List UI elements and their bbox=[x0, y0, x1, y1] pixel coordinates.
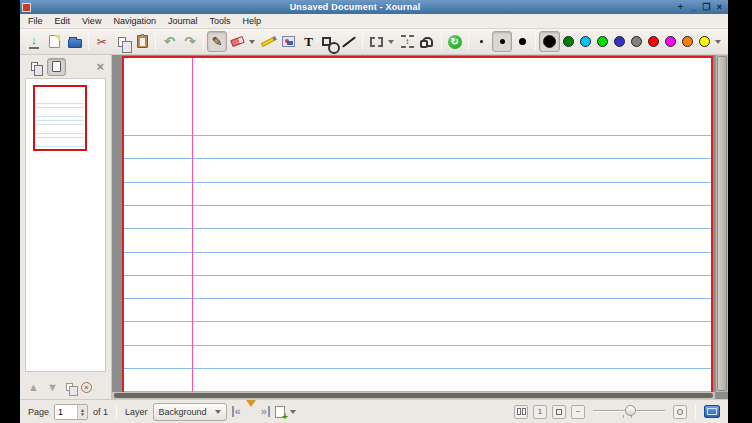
image-tool-button[interactable] bbox=[278, 31, 298, 52]
open-button[interactable] bbox=[64, 31, 84, 52]
save-button[interactable]: ↓ bbox=[24, 31, 44, 52]
document-canvas[interactable] bbox=[112, 55, 728, 399]
color-orange-button[interactable] bbox=[679, 31, 696, 52]
blue-color-icon bbox=[614, 36, 625, 47]
copy-button[interactable] bbox=[112, 31, 132, 52]
ruled-page[interactable] bbox=[122, 56, 713, 399]
fullscreen-button[interactable] bbox=[704, 405, 720, 418]
vertical-space-button[interactable]: ↕ bbox=[397, 31, 417, 52]
add-page-button[interactable] bbox=[275, 406, 285, 418]
color-green-button[interactable] bbox=[560, 31, 577, 52]
eraser-tool-button[interactable] bbox=[227, 31, 247, 52]
sidebar-close-button[interactable]: × bbox=[96, 60, 106, 73]
text-tool-button[interactable]: T bbox=[298, 31, 318, 52]
vertical-scrollbar-thumb[interactable] bbox=[717, 56, 727, 391]
continuous-view-button[interactable] bbox=[514, 405, 528, 419]
pen-size-medium-button[interactable] bbox=[492, 31, 512, 52]
chevron-down-icon bbox=[249, 40, 255, 47]
main-toolbar: ↓ ✂ ↶ ↷ ✎ T bbox=[20, 29, 728, 55]
duplicate-page-button[interactable] bbox=[66, 383, 73, 391]
pen-tool-button[interactable]: ✎ bbox=[207, 31, 227, 52]
color-blue-button[interactable] bbox=[611, 31, 628, 52]
move-page-up-button[interactable]: ▲ bbox=[28, 382, 39, 393]
layer-select[interactable]: Background bbox=[153, 403, 227, 421]
last-page-button[interactable]: » bbox=[261, 406, 270, 417]
redo-button[interactable]: ↷ bbox=[180, 31, 200, 52]
page-number-spinbox[interactable]: ▲ ▼ bbox=[54, 404, 88, 420]
menu-navigation[interactable]: Navigation bbox=[107, 15, 162, 27]
shade-button[interactable]: + bbox=[676, 3, 685, 12]
eraser-options-dropdown[interactable] bbox=[247, 31, 258, 52]
close-button[interactable]: × bbox=[715, 3, 724, 12]
menu-help[interactable]: Help bbox=[236, 15, 267, 27]
new-document-button[interactable] bbox=[44, 31, 64, 52]
vertical-space-icon: ↕ bbox=[401, 35, 414, 48]
hand-tool-button[interactable] bbox=[417, 31, 437, 52]
move-page-down-button[interactable]: ▼ bbox=[47, 382, 58, 393]
toolbar-separator bbox=[362, 33, 363, 50]
maximize-button[interactable]: ❐ bbox=[702, 3, 711, 12]
more-colors-dropdown[interactable] bbox=[713, 31, 724, 52]
zoom-normal-button[interactable] bbox=[673, 405, 687, 419]
color-light-green-button[interactable] bbox=[594, 31, 611, 52]
new-page-icon bbox=[49, 35, 60, 48]
undo-button[interactable]: ↶ bbox=[159, 31, 179, 52]
window-title: Unsaved Document - Xournal bbox=[34, 2, 676, 12]
delete-page-button[interactable]: × bbox=[81, 382, 92, 393]
color-black-button[interactable] bbox=[539, 31, 560, 52]
black-color-icon bbox=[543, 35, 556, 48]
zoom-slider-handle[interactable] bbox=[625, 405, 636, 416]
single-page-view-button[interactable]: 1 bbox=[533, 405, 547, 419]
color-gray-button[interactable] bbox=[628, 31, 645, 52]
first-page-button[interactable]: « bbox=[232, 406, 241, 417]
menu-view[interactable]: View bbox=[76, 15, 107, 27]
page-number-input[interactable] bbox=[55, 405, 77, 419]
margin-line bbox=[192, 58, 193, 399]
spin-down-icon[interactable]: ▼ bbox=[80, 412, 85, 416]
selection-options-dropdown[interactable] bbox=[386, 31, 397, 52]
paste-button[interactable] bbox=[132, 31, 152, 52]
title-bar[interactable]: Unsaved Document - Xournal + _ ❐ × bbox=[20, 0, 728, 14]
zoom-fit-button[interactable] bbox=[552, 405, 566, 419]
select-rectangle-button[interactable] bbox=[366, 31, 386, 52]
shape-recognizer-icon bbox=[322, 37, 331, 46]
menu-journal[interactable]: Journal bbox=[162, 15, 204, 27]
ruler-tool-button[interactable] bbox=[339, 31, 359, 52]
vertical-scrollbar[interactable] bbox=[715, 55, 728, 392]
menu-tools[interactable]: Tools bbox=[203, 15, 236, 27]
pen-size-thick-button[interactable] bbox=[512, 31, 532, 52]
slider-tick bbox=[623, 415, 624, 418]
cut-button[interactable]: ✂ bbox=[92, 31, 112, 52]
shape-recognizer-button[interactable] bbox=[319, 31, 339, 52]
pen-pencil-icon: ✎ bbox=[212, 34, 223, 49]
color-palette bbox=[539, 31, 713, 52]
color-light-blue-button[interactable] bbox=[577, 31, 594, 52]
spinner-arrows[interactable]: ▲ ▼ bbox=[77, 405, 87, 419]
magenta-color-icon bbox=[665, 36, 676, 47]
color-magenta-button[interactable] bbox=[662, 31, 679, 52]
thick-dot-icon bbox=[519, 38, 526, 45]
cut-scissors-icon: ✂ bbox=[97, 35, 107, 49]
menu-file[interactable]: File bbox=[22, 15, 49, 27]
color-yellow-button[interactable] bbox=[696, 31, 713, 52]
horizontal-scrollbar[interactable] bbox=[112, 392, 715, 399]
next-page-button[interactable] bbox=[246, 407, 256, 417]
add-page-options-chevron-icon[interactable] bbox=[290, 410, 296, 417]
zoom-out-button[interactable]: − bbox=[571, 405, 585, 419]
page-label: Page bbox=[28, 407, 49, 417]
horizontal-scrollbar-thumb[interactable] bbox=[114, 393, 713, 398]
text-tool-icon: T bbox=[304, 34, 313, 50]
minimize-button[interactable]: _ bbox=[689, 3, 698, 12]
zoom-slider[interactable] bbox=[593, 404, 665, 420]
color-red-button[interactable] bbox=[645, 31, 662, 52]
page-1-thumbnail[interactable] bbox=[33, 85, 87, 151]
layer-view-toggle-button[interactable] bbox=[25, 58, 44, 76]
save-icon: ↓ bbox=[29, 35, 39, 49]
highlighter-tool-button[interactable] bbox=[258, 31, 278, 52]
pen-size-fine-button[interactable] bbox=[472, 31, 492, 52]
toolbar-separator bbox=[203, 33, 204, 50]
default-pen-button[interactable]: ↻ bbox=[445, 31, 465, 52]
page-view-toggle-button[interactable] bbox=[47, 58, 66, 76]
hand-icon bbox=[422, 37, 433, 47]
menu-edit[interactable]: Edit bbox=[49, 15, 77, 27]
